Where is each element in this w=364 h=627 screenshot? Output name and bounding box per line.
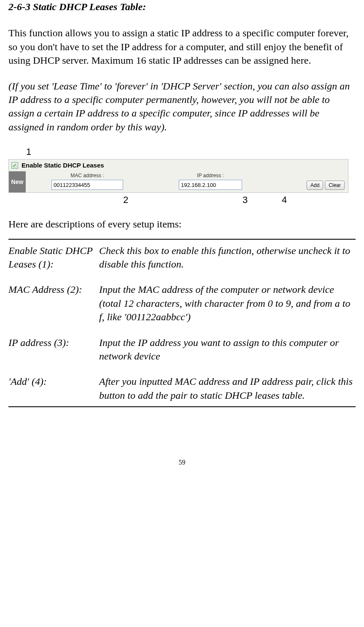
desc-label: 'Add' (4): bbox=[8, 375, 99, 402]
desc-row: IP address (3): Input the IP address you… bbox=[8, 336, 356, 363]
enable-row: ✓ Enable Static DHCP Leases bbox=[9, 159, 348, 171]
callout-1: 1 bbox=[26, 146, 348, 158]
ip-cell: IP address : bbox=[149, 171, 272, 192]
desc-row: 'Add' (4): After you inputted MAC addres… bbox=[8, 375, 356, 402]
note-paragraph: (If you set 'Lease Time' to 'forever' in… bbox=[8, 79, 356, 134]
mac-header: MAC address : bbox=[70, 172, 104, 179]
mac-input[interactable] bbox=[51, 180, 123, 190]
new-row-label: New bbox=[9, 171, 26, 192]
dhcp-box: ✓ Enable Static DHCP Leases New MAC addr… bbox=[8, 159, 348, 193]
ip-input[interactable] bbox=[179, 180, 242, 190]
desc-text: Check this box to enable this function, … bbox=[99, 244, 356, 271]
desc-row: Enable Static DHCP Leases (1): Check thi… bbox=[8, 244, 356, 271]
description-intro: Here are descriptions of every setup ite… bbox=[8, 217, 356, 231]
dhcp-screenshot: 1 ✓ Enable Static DHCP Leases New MAC ad… bbox=[8, 146, 348, 205]
desc-label: Enable Static DHCP Leases (1): bbox=[8, 244, 99, 271]
enable-checkbox[interactable]: ✓ bbox=[11, 162, 18, 169]
callout-3: 3 bbox=[243, 194, 248, 206]
desc-label: IP address (3): bbox=[8, 336, 99, 363]
desc-text: Input the IP address you want to assign … bbox=[99, 336, 356, 363]
desc-text: Input the MAC address of the computer or… bbox=[99, 283, 356, 324]
ip-header: IP address : bbox=[197, 172, 224, 179]
section-title: 2-6-3 Static DHCP Leases Table: bbox=[8, 0, 356, 14]
enable-label: Enable Static DHCP Leases bbox=[22, 161, 104, 170]
description-table: Enable Static DHCP Leases (1): Check thi… bbox=[8, 239, 356, 408]
page-number: 59 bbox=[8, 458, 356, 467]
desc-text: After you inputted MAC address and IP ad… bbox=[99, 375, 356, 402]
callout-2: 2 bbox=[123, 194, 128, 206]
callout-4: 4 bbox=[282, 194, 287, 206]
desc-row: MAC Address (2): Input the MAC address o… bbox=[8, 283, 356, 324]
dhcp-main-row: New MAC address : IP address : Add Clear bbox=[9, 171, 348, 192]
desc-label: MAC Address (2): bbox=[8, 283, 99, 324]
callouts-below: 2 3 4 bbox=[8, 193, 348, 205]
add-button[interactable]: Add bbox=[307, 181, 323, 190]
clear-button[interactable]: Clear bbox=[325, 181, 345, 190]
mac-cell: MAC address : bbox=[26, 171, 149, 192]
button-cell: Add Clear bbox=[306, 171, 345, 192]
intro-paragraph: This function allows you to assign a sta… bbox=[8, 26, 356, 67]
